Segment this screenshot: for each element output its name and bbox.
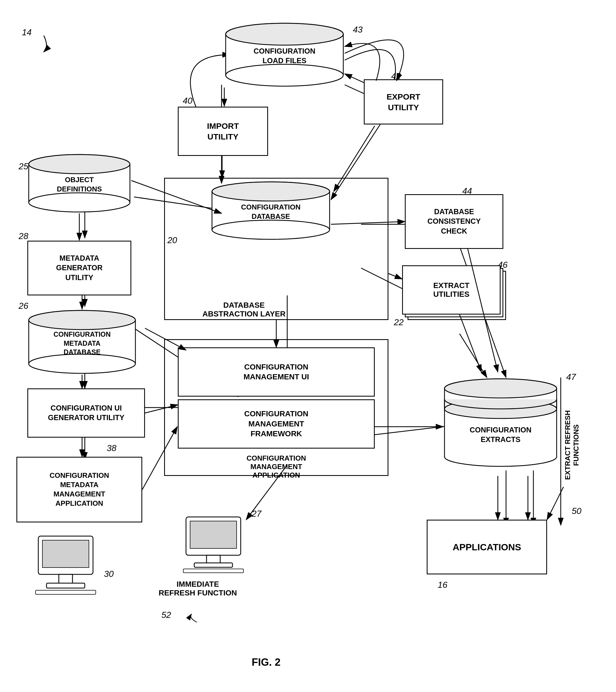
ref-25: 25 bbox=[19, 161, 28, 172]
config-extracts-cylinder: CONFIGURATIONEXTRACTS bbox=[443, 372, 558, 476]
extract-refresh-label: EXTRACT REFRESHFUNCTIONS bbox=[564, 410, 607, 480]
config-metadata-mgmt-box: CONFIGURATIONMETADATAMANAGEMENTAPPLICATI… bbox=[16, 457, 142, 522]
db-abstraction-layer-label: DATABASEABSTRACTION LAYER bbox=[203, 301, 285, 318]
ref-50: 50 bbox=[572, 506, 581, 516]
svg-point-65 bbox=[445, 379, 557, 398]
computer-metadata-mgmt bbox=[27, 531, 104, 596]
import-utility-box: IMPORTUTILITY bbox=[178, 107, 268, 156]
ref-40: 40 bbox=[183, 96, 193, 106]
ref-38: 38 bbox=[107, 443, 116, 453]
svg-line-17 bbox=[460, 334, 487, 377]
metadata-generator-box: METADATAGENERATORUTILITY bbox=[27, 241, 131, 296]
svg-point-35 bbox=[29, 154, 130, 174]
extract-utilities-label: EXTRACTUTILITIES bbox=[402, 265, 501, 315]
ref-28: 28 bbox=[19, 231, 28, 241]
object-definitions-label: OBJECTDEFINITIONS bbox=[57, 175, 102, 194]
ref-16: 16 bbox=[438, 580, 447, 590]
svg-rect-67 bbox=[190, 521, 237, 548]
config-mgmt-ui-box: CONFIGURATIONMANAGEMENT UI bbox=[178, 347, 375, 396]
ref-43: 43 bbox=[353, 25, 363, 35]
config-extracts-label: CONFIGURATIONEXTRACTS bbox=[470, 425, 531, 445]
export-utility-box: EXPORTUTILITY bbox=[364, 79, 443, 125]
ref-20: 20 bbox=[167, 235, 177, 245]
config-metadata-db-label: CONFIGURATIONMETADATADATABASE bbox=[54, 330, 110, 357]
svg-rect-69 bbox=[194, 563, 233, 567]
svg-point-47 bbox=[29, 310, 135, 330]
ref-30: 30 bbox=[104, 569, 114, 579]
svg-line-85 bbox=[547, 487, 564, 520]
svg-rect-52 bbox=[36, 590, 96, 594]
arrow-14 bbox=[36, 33, 52, 55]
arrow-52 bbox=[186, 613, 200, 624]
svg-point-46 bbox=[29, 354, 135, 373]
ref-27: 27 bbox=[252, 509, 261, 519]
svg-point-29 bbox=[226, 23, 343, 45]
svg-rect-68 bbox=[207, 555, 220, 563]
svg-rect-51 bbox=[46, 583, 85, 588]
config-ui-generator-box: CONFIGURATION UIGENERATOR UTILITY bbox=[27, 388, 145, 438]
ref-14: 14 bbox=[22, 27, 32, 38]
config-database-cylinder: CONFIGURATIONDATABASE bbox=[211, 180, 331, 241]
svg-point-40 bbox=[212, 220, 330, 239]
object-definitions-cylinder: OBJECTDEFINITIONS bbox=[27, 153, 131, 213]
svg-line-81 bbox=[460, 315, 482, 372]
svg-point-28 bbox=[226, 64, 343, 86]
computer-immediate-refresh bbox=[178, 514, 249, 575]
config-database-label: CONFIGURATIONDATABASE bbox=[241, 203, 301, 221]
svg-rect-49 bbox=[42, 540, 89, 567]
config-mgmt-framework-box: CONFIGURATIONMANAGEMENTFRAMEWORK bbox=[178, 399, 375, 449]
immediate-refresh-label: IMMEDIATEREFRESH FUNCTION bbox=[158, 580, 237, 597]
config-metadata-db-cylinder: CONFIGURATIONMETADATADATABASE bbox=[27, 309, 137, 375]
config-mgmt-app-label: CONFIGURATIONMANAGEMENTAPPLICATION bbox=[180, 454, 372, 479]
config-load-files-cylinder: CONFIGURATIONLOAD FILES bbox=[224, 22, 345, 88]
diagram: 14 CONFIGURATIONLOAD FILES 43 40 IMPORTU… bbox=[0, 0, 616, 692]
svg-point-41 bbox=[212, 182, 330, 201]
ref-26: 26 bbox=[19, 301, 28, 311]
ref-52: 52 bbox=[162, 610, 171, 620]
ref-22: 22 bbox=[394, 317, 404, 327]
svg-line-80 bbox=[388, 274, 402, 279]
applications-box: APPLICATIONS bbox=[427, 520, 547, 575]
svg-point-34 bbox=[29, 193, 130, 212]
db-consistency-box: DATABASECONSISTENCYCHECK bbox=[405, 194, 503, 249]
ref-47: 47 bbox=[566, 372, 576, 382]
extract-utilities-stacked: EXTRACTUTILITIES bbox=[402, 265, 501, 320]
svg-rect-50 bbox=[59, 575, 72, 584]
svg-rect-70 bbox=[183, 569, 243, 573]
fig-caption: FIG. 2 bbox=[252, 656, 281, 668]
config-load-files-label: CONFIGURATIONLOAD FILES bbox=[254, 46, 315, 66]
